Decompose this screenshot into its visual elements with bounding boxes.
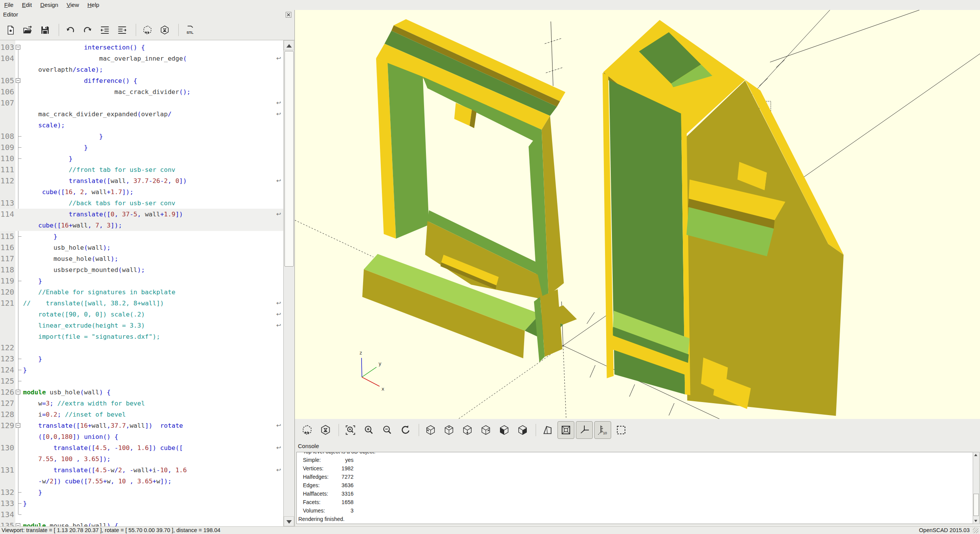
line-number: 111 <box>0 164 14 175</box>
zoom-in-icon <box>363 424 375 436</box>
menu-view[interactable]: View <box>62 0 83 10</box>
fold-marker-icon[interactable] <box>16 423 20 428</box>
editor-scrollbar[interactable] <box>283 40 294 526</box>
new-file-button[interactable] <box>3 22 18 38</box>
render-button[interactable] <box>157 22 172 38</box>
code-line-119: 119} <box>0 275 283 287</box>
right-pane: z y x Console Top level object is a 3D o… <box>295 10 980 526</box>
view-right-icon <box>425 424 436 436</box>
resize-grip-icon[interactable] <box>973 527 978 533</box>
render-icon <box>320 424 331 436</box>
line-number: 109 <box>0 142 14 153</box>
fold-tick-icon <box>18 158 21 159</box>
code-line-122: 122 <box>0 342 283 353</box>
menu-file[interactable]: File <box>0 0 18 10</box>
view-left-icon <box>480 424 492 436</box>
fold-marker-icon[interactable] <box>16 523 20 526</box>
zoom-in-button[interactable] <box>360 421 377 439</box>
menu-design[interactable]: Design <box>36 0 62 10</box>
fold-tick-icon <box>18 136 21 137</box>
reset-view-button[interactable] <box>397 421 414 439</box>
console-stats: Simple:yesVertices:1982Halfedges:7272Edg… <box>297 456 973 515</box>
console-final-line: Rendering finished. <box>297 515 973 523</box>
view-back-icon <box>517 424 528 436</box>
unindent-button[interactable] <box>97 22 112 38</box>
line-number: 108 <box>0 131 14 142</box>
view-top-icon <box>443 424 455 436</box>
scroll-down-icon[interactable] <box>284 516 294 526</box>
fold-tick-icon <box>18 492 21 493</box>
line-number: 122 <box>0 342 14 353</box>
view-right-button[interactable] <box>422 421 439 439</box>
export-stl-button[interactable] <box>183 22 197 38</box>
menu-help[interactable]: Help <box>83 0 104 10</box>
perspective-button[interactable] <box>539 421 556 439</box>
code-line-121: 121// translate([wall, 38.2, 8+wall])↩ <box>0 298 283 309</box>
code-line-109: 109} <box>0 142 283 153</box>
code-line-125: 125 <box>0 376 283 387</box>
preview-icon <box>142 25 153 35</box>
line-number: 117 <box>0 253 14 264</box>
render-button[interactable] <box>317 421 334 439</box>
fold-tick-icon <box>18 147 21 148</box>
indent-button[interactable] <box>115 22 129 38</box>
view-front-button[interactable] <box>496 421 513 439</box>
code-line-130: 130translate([4.5, -100, 1.6]) cube([↩ <box>0 442 283 453</box>
show-scale-markers-button[interactable] <box>594 421 611 439</box>
preview-button[interactable] <box>299 421 316 439</box>
code-line-130-wrap: 7.55, 100 , 3.65]); <box>0 453 283 465</box>
scroll-up-icon[interactable] <box>284 40 294 50</box>
scroll-up-icon[interactable] <box>973 452 978 458</box>
view-all-button[interactable] <box>613 421 630 439</box>
zoom-out-button[interactable] <box>379 421 396 439</box>
wrap-icon: ↩ <box>276 320 281 331</box>
code-line-117: 117mouse_hole(wall); <box>0 253 283 264</box>
fold-tick-icon <box>18 514 21 515</box>
line-number: 120 <box>0 287 14 298</box>
line-number: 133 <box>0 498 14 509</box>
fold-tick-icon <box>18 359 21 359</box>
line-number: 132 <box>0 487 14 498</box>
view-back-button[interactable] <box>514 421 531 439</box>
close-icon[interactable] <box>286 12 291 18</box>
preview-button[interactable] <box>140 22 155 38</box>
menu-edit[interactable]: Edit <box>18 0 36 10</box>
toolbar-separator <box>136 24 136 36</box>
orthogonal-button[interactable] <box>557 421 574 439</box>
scroll-down-icon[interactable] <box>973 518 978 524</box>
undo-button[interactable] <box>63 22 77 38</box>
code-line-115: 115} <box>0 231 283 242</box>
code-line-108: 108} <box>0 131 283 142</box>
line-number: 116 <box>0 242 14 253</box>
toolbar-separator <box>178 24 179 36</box>
toolbar-separator <box>536 424 536 436</box>
show-crosshairs-button[interactable] <box>576 421 593 439</box>
code-line-134: 134 <box>0 509 283 520</box>
scrollbar-thumb[interactable] <box>284 51 294 267</box>
scrollbar-thumb[interactable] <box>973 494 979 516</box>
line-number: 123 <box>0 353 14 364</box>
code-line-121-wrap: import(file = "signatures.dxf"); <box>0 331 283 342</box>
code-editor[interactable]: 103intersection() {104mac_overlap_inner_… <box>0 40 294 526</box>
wrap-icon: ↩ <box>276 309 281 320</box>
view-left-button[interactable] <box>477 421 494 439</box>
redo-button[interactable] <box>80 22 95 38</box>
wrap-icon: ↩ <box>276 97 281 109</box>
save-button[interactable] <box>38 22 52 38</box>
fold-marker-icon[interactable] <box>16 45 20 49</box>
fold-marker-icon[interactable] <box>16 78 20 83</box>
open-file-button[interactable] <box>20 22 35 38</box>
zoom-all-button[interactable] <box>342 421 359 439</box>
line-number: 110 <box>0 153 14 164</box>
console-scrollbar[interactable] <box>973 452 980 524</box>
code-line-127: 127w=3; //extra width for bevel <box>0 398 283 409</box>
code-line-112-wrap: cube([16, 2, wall+1.7]); <box>0 186 283 198</box>
view-bottom-button[interactable] <box>459 421 476 439</box>
view-all-icon <box>615 424 627 436</box>
code-line-118: 118usbserpcb_mounted(wall); <box>0 264 283 275</box>
view-front-icon <box>498 424 510 436</box>
fold-marker-icon[interactable] <box>16 390 20 394</box>
view-top-button[interactable] <box>441 421 457 439</box>
code-line-104-wrap: overlapth/scale); <box>0 64 283 75</box>
viewport-3d[interactable]: z y x <box>295 10 980 419</box>
